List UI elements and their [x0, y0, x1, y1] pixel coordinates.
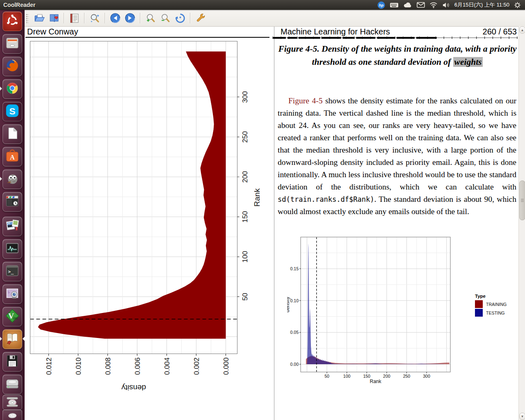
video-editor-icon: [5, 194, 20, 210]
launcher-item-firefox[interactable]: [2, 57, 22, 76]
svg-text:300: 300: [241, 91, 249, 103]
launcher-item-software-center[interactable]: A: [2, 147, 22, 167]
hp-logo-icon[interactable]: hp: [377, 1, 385, 9]
toolbar-separator: [64, 13, 64, 23]
ubuntu-dash-icon: [5, 14, 19, 29]
cloud-icon[interactable]: [403, 2, 412, 8]
software-center-icon: A: [5, 148, 20, 165]
svg-text:>_: >_: [8, 269, 14, 274]
scroll-down-button[interactable]: ▼: [519, 413, 525, 420]
svg-text:hp: hp: [379, 3, 383, 7]
launcher-item-vim[interactable]: Vim: [2, 307, 22, 326]
wifi-icon[interactable]: [429, 2, 438, 8]
svg-text:density: density: [121, 383, 146, 392]
zoom-in-button[interactable]: [144, 11, 157, 25]
legend-label-testing: TESTING: [486, 310, 505, 315]
launcher-item-cheese[interactable]: [2, 284, 22, 304]
image-viewer-icon: [5, 218, 20, 235]
running-indicator: [0, 177, 2, 181]
scroll-up-button[interactable]: ▲: [519, 26, 525, 34]
left-page-header: Drew Conway: [27, 27, 78, 37]
reading-progress-bar[interactable]: [272, 34, 518, 42]
svg-text:0.10: 0.10: [290, 298, 299, 303]
svg-text:100: 100: [343, 374, 351, 379]
search-button[interactable]: [88, 11, 101, 25]
svg-text:0.012: 0.012: [45, 358, 53, 375]
scrollbar-thumb[interactable]: [519, 180, 525, 220]
launcher-item-chrome[interactable]: [2, 79, 22, 99]
svg-text:0.008: 0.008: [104, 358, 112, 375]
launcher-item-file-manager[interactable]: [2, 34, 22, 54]
firefox-icon: [5, 58, 20, 75]
svg-text:250: 250: [403, 374, 411, 379]
caption-highlight[interactable]: weights: [453, 57, 483, 67]
svg-text:A: A: [10, 154, 15, 161]
back-button[interactable]: [109, 11, 122, 25]
launcher-item-image-viewer[interactable]: [2, 217, 22, 236]
cheese-icon: [5, 286, 20, 302]
inline-code: sd(train.ranks.df$Rank): [278, 195, 374, 203]
page-divider: [274, 26, 274, 420]
coolreader-icon: [5, 331, 20, 347]
launcher-item-floppy[interactable]: [2, 352, 22, 372]
toolbar-separator: [84, 13, 85, 23]
toolbar-separator: [140, 13, 141, 23]
focused-indicator: [23, 337, 25, 341]
svg-text:im: im: [13, 316, 18, 320]
svg-text:0.010: 0.010: [75, 358, 82, 375]
hard-drive-icon: [5, 376, 20, 393]
training-swatch: [475, 300, 483, 308]
launcher-item-trash[interactable]: [2, 409, 22, 420]
toolbar-drag-handle[interactable]: [26, 13, 29, 23]
session-menu[interactable]: [514, 2, 521, 9]
svg-text:density: density: [287, 297, 290, 312]
vertical-scrollbar[interactable]: ▲ ▼: [518, 26, 525, 420]
svg-text:150: 150: [363, 374, 370, 379]
open-book-button[interactable]: [32, 11, 46, 25]
paragraph-text-1: shows the density estimate for the ranks…: [278, 96, 516, 191]
terminal-icon: >_: [5, 263, 20, 280]
launcher-item-system-monitor[interactable]: [2, 239, 22, 259]
svg-text:0.000: 0.000: [222, 358, 230, 375]
launcher-item-hard-drive[interactable]: [2, 374, 22, 394]
launcher-item-skype[interactable]: S: [2, 102, 22, 121]
launcher-item-gimp[interactable]: [2, 169, 22, 189]
svg-text:Rank: Rank: [370, 379, 381, 384]
svg-text:0.00: 0.00: [290, 362, 299, 367]
cd-rom-icon: [5, 396, 20, 409]
svg-text:0.15: 0.15: [290, 266, 299, 271]
toolbar: [25, 10, 525, 27]
body-paragraph: Figure 4-5 shows the density estimate fo…: [278, 95, 516, 218]
launcher-item-coolreader[interactable]: [2, 329, 22, 349]
zoom-out-button[interactable]: [159, 11, 172, 25]
svg-text:200: 200: [241, 171, 249, 183]
launcher-item-cd-rom[interactable]: [2, 395, 22, 410]
launcher-item-libreoffice[interactable]: [2, 124, 22, 144]
chart-legend: Type TRAINING TESTING: [475, 294, 507, 317]
keyboard-icon[interactable]: [390, 2, 399, 8]
mail-icon[interactable]: [417, 2, 425, 8]
svg-text:0.05: 0.05: [290, 330, 299, 335]
launcher-item-ubuntu-dash[interactable]: [2, 11, 22, 31]
unity-launcher: SA>_Vim: [0, 10, 25, 420]
svg-text:200: 200: [383, 374, 390, 379]
launcher-item-terminal[interactable]: >_: [2, 262, 22, 281]
forward-button[interactable]: [123, 11, 137, 25]
chrome-icon: [5, 81, 20, 97]
settings-button[interactable]: [194, 11, 207, 25]
figure-link[interactable]: Figure 4-5: [288, 96, 322, 105]
launcher-item-video-editor[interactable]: [2, 192, 22, 212]
svg-text:50: 50: [324, 374, 329, 379]
file-manager-icon: [5, 36, 20, 52]
rotate-button[interactable]: [173, 11, 187, 25]
top-panel: CoolReader hp6月15日(六) 上午 11:50: [0, 0, 525, 10]
volume-icon[interactable]: [442, 2, 450, 8]
svg-text:300: 300: [423, 374, 430, 379]
legend-row-testing: TESTING: [475, 309, 507, 317]
favorites-button[interactable]: [47, 11, 60, 25]
table-of-contents-button[interactable]: [68, 11, 81, 25]
running-indicator: [0, 337, 2, 341]
libreoffice-icon: [5, 126, 19, 142]
clock[interactable]: 6月15日(六) 上午 11:50: [454, 1, 509, 9]
svg-text:250: 250: [241, 131, 249, 143]
